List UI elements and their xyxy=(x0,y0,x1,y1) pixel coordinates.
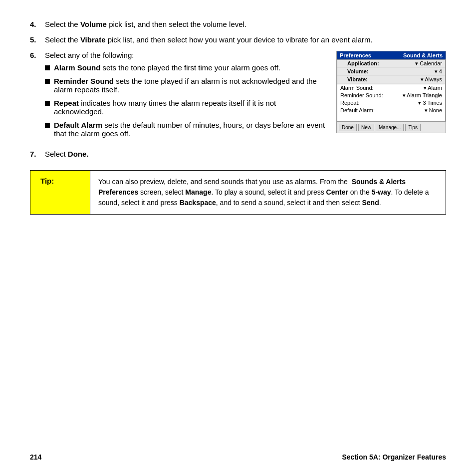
tip-content: You can also preview, delete, and send s… xyxy=(90,171,446,214)
device-row-vibrate: Vibrate: ▾ Always xyxy=(337,76,445,84)
step6-left: Select any of the following: Alarm Sound… xyxy=(45,51,326,143)
page-content: 4. Select the Volume pick list, and then… xyxy=(0,0,476,244)
step-4-text: Select the Volume pick list, and then se… xyxy=(45,20,446,28)
device-done-button[interactable]: Done xyxy=(339,124,357,131)
bullet-reminder-sound: Reminder Sound sets the tone played if a… xyxy=(45,77,326,94)
bullet-marker-4 xyxy=(45,123,50,128)
step-7: 7. Select Done. xyxy=(30,150,446,158)
device-row-application: Application: ▾ Calendar xyxy=(337,60,445,68)
device-label-default-alarm: Default Alarm: xyxy=(340,107,375,114)
bullet-marker-2 xyxy=(45,79,50,84)
device-label-application: Application: xyxy=(347,60,379,67)
device-row-reminder-sound: Reminder Sound: ▾ Alarm Triangle xyxy=(337,92,445,99)
device-buttons: Done New Manage... Tips xyxy=(337,122,446,133)
bullet-repeat: Repeat indicates how many times the alar… xyxy=(45,99,326,116)
device-header: Preferences Sound & Alerts xyxy=(337,51,446,59)
device-new-button[interactable]: New xyxy=(358,124,374,131)
device-value-volume: ▾ 4 xyxy=(435,68,442,75)
step-5-number: 5. xyxy=(30,35,45,44)
device-spacer xyxy=(337,114,445,121)
device-label-volume: Volume: xyxy=(347,68,369,75)
bullet-alarm-sound-text: Alarm Sound sets the tone played the fir… xyxy=(54,63,326,72)
bullet-default-alarm-text: Default Alarm sets the default number of… xyxy=(54,121,326,138)
bullet-alarm-sound: Alarm Sound sets the tone played the fir… xyxy=(45,63,326,72)
device-tips-button[interactable]: Tips xyxy=(405,124,421,131)
device-body: Application: ▾ Calendar Volume: ▾ 4 Vibr… xyxy=(337,59,446,122)
step-5: 5. Select the Vibrate pick list, and the… xyxy=(30,35,446,44)
step-6: 6. Select any of the following: Alarm So… xyxy=(30,51,446,143)
device-value-repeat: ▾ 3 Times xyxy=(418,100,442,106)
step-7-number: 7. xyxy=(30,150,45,158)
step-list: 4. Select the Volume pick list, and then… xyxy=(30,20,446,158)
page-footer: 214 Section 5A: Organizer Features xyxy=(30,453,446,461)
bullet-default-alarm: Default Alarm sets the default number of… xyxy=(45,121,326,138)
device-label-reminder-sound: Reminder Sound: xyxy=(340,92,383,99)
device-value-vibrate: ▾ Always xyxy=(421,76,442,83)
device-value-default-alarm: ▾ None xyxy=(425,107,442,114)
device-row-volume: Volume: ▾ 4 xyxy=(337,68,445,76)
step6-container: Select any of the following: Alarm Sound… xyxy=(45,51,446,143)
device-label-vibrate: Vibrate: xyxy=(347,76,368,83)
device-title-sound: Sound & Alerts xyxy=(403,52,443,58)
device-panel: Preferences Sound & Alerts Application: … xyxy=(336,51,446,133)
device-value-application: ▾ Calendar xyxy=(415,60,442,67)
bullet-marker xyxy=(45,65,50,70)
device-value-alarm-sound: ▾ Alarm xyxy=(424,85,442,91)
device-row-alarm-sound: Alarm Sound: ▾ Alarm xyxy=(337,84,445,92)
bullet-reminder-sound-text: Reminder Sound sets the tone played if a… xyxy=(54,77,326,94)
device-row-repeat: Repeat: ▾ 3 Times xyxy=(337,99,445,107)
step-4: 4. Select the Volume pick list, and then… xyxy=(30,20,446,28)
tip-box: Tip: You can also preview, delete, and s… xyxy=(30,170,446,215)
device-manage-button[interactable]: Manage... xyxy=(376,124,404,131)
device-label-alarm-sound: Alarm Sound: xyxy=(340,85,374,91)
device-screenshot: Preferences Sound & Alerts Application: … xyxy=(336,51,446,133)
step-6-intro: Select any of the following: xyxy=(45,51,134,59)
step-5-text: Select the Vibrate pick list, and then s… xyxy=(45,35,446,44)
page-number: 214 xyxy=(30,453,41,461)
step-4-number: 4. xyxy=(30,20,45,28)
device-title-preferences: Preferences xyxy=(340,52,371,58)
bullet-repeat-text: Repeat indicates how many times the alar… xyxy=(54,99,326,116)
device-value-reminder-sound: ▾ Alarm Triangle xyxy=(403,92,442,99)
device-label-repeat: Repeat: xyxy=(340,100,360,106)
step-7-text: Select Done. xyxy=(45,150,446,158)
bullet-marker-3 xyxy=(45,101,50,106)
step-6-text: Select any of the following: Alarm Sound… xyxy=(45,51,446,143)
bullet-list: Alarm Sound sets the tone played the fir… xyxy=(45,63,326,138)
section-title: Section 5A: Organizer Features xyxy=(342,453,446,461)
device-row-default-alarm: Default Alarm: ▾ None xyxy=(337,107,445,114)
tip-label: Tip: xyxy=(30,171,90,214)
step-6-number: 6. xyxy=(30,51,45,59)
